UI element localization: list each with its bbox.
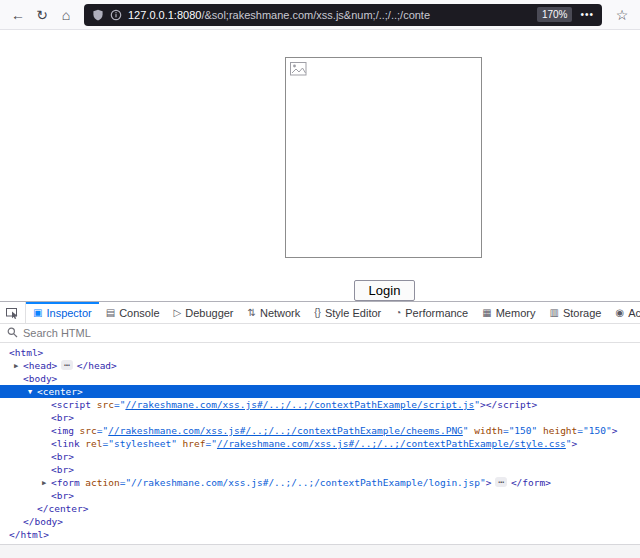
attr-name-token: height	[537, 425, 577, 436]
markup-row[interactable]: <script src="//rakeshmane.com/xss.js#/..…	[0, 398, 640, 411]
markup-row[interactable]: <body>	[0, 372, 640, 385]
markup-row[interactable]: </body>	[0, 515, 640, 528]
tab-label: Performance	[405, 307, 468, 319]
bookmark-button[interactable]: ☆	[610, 3, 634, 27]
url-text: 127.0.0.1:8080/&sol;rakeshmane.com/xss.j…	[128, 9, 531, 21]
network-icon: ⇅	[248, 307, 256, 318]
storage-icon: ▥	[549, 307, 558, 318]
tag-token: ></script>	[480, 399, 537, 410]
attr-value-token: stylesheet	[114, 438, 171, 449]
markup-row[interactable]: </center>	[0, 502, 640, 515]
attr-equals-token: ="	[206, 438, 217, 449]
reload-icon: ↻	[36, 7, 48, 23]
zoom-indicator[interactable]: 170%	[537, 7, 573, 22]
page-content: Login	[0, 30, 640, 301]
attr-value-token: 150	[589, 425, 606, 436]
tag-token: <link	[51, 438, 80, 449]
login-button[interactable]: Login	[354, 280, 415, 301]
bookmark-star-icon: ☆	[616, 7, 629, 23]
tag-token: >	[486, 477, 492, 488]
tag-token: </head>	[77, 360, 117, 371]
style-editor-icon: {}	[314, 307, 321, 318]
markup-row[interactable]: ▶<head>⋯</head>	[0, 359, 640, 372]
page-actions-icon[interactable]: •••	[580, 9, 594, 20]
url-bar[interactable]: 127.0.0.1:8080/&sol;rakeshmane.com/xss.j…	[84, 4, 602, 26]
tag-token: </center>	[37, 503, 88, 514]
tab-performance[interactable]: ◔Performance	[388, 302, 475, 323]
collapsed-content-badge[interactable]: ⋯	[61, 360, 72, 370]
console-icon: ▤	[106, 307, 115, 318]
url-host: 127.0.0.1:8080	[128, 9, 201, 21]
tab-debugger[interactable]: ▷Debugger	[167, 302, 241, 323]
markup-row[interactable]: ▼<center>	[0, 385, 640, 398]
attr-value-link[interactable]: //rakeshmane.com/xss.js#/..;/..;/context…	[108, 425, 463, 436]
tag-token: <br>	[51, 412, 74, 423]
collapsed-content-badge[interactable]: ⋯	[495, 477, 506, 487]
broken-image-placeholder	[285, 57, 482, 258]
tag-token: <br>	[51, 464, 74, 475]
attr-equals-token: ="	[97, 425, 108, 436]
expander-open-icon[interactable]: ▼	[28, 386, 37, 399]
attr-name-token: src	[91, 399, 114, 410]
attr-equals-token: ="	[120, 477, 131, 488]
tag-token: <body>	[23, 373, 57, 384]
accessibility-icon: ◉	[615, 307, 624, 318]
tag-token: >	[572, 438, 578, 449]
markup-row[interactable]: <html>	[0, 346, 640, 359]
tag-token: <center>	[37, 386, 83, 397]
attr-value-link[interactable]: //rakeshmane.com/xss.js#/..;/..;/context…	[217, 438, 566, 449]
tag-token: </form>	[511, 477, 551, 488]
tab-label: Storage	[563, 307, 602, 319]
attr-equals-token: ="	[114, 399, 125, 410]
reload-button[interactable]: ↻	[30, 3, 54, 27]
back-icon: ←	[11, 7, 25, 23]
markup-row[interactable]: <br>	[0, 463, 640, 476]
tab-label: Inspector	[46, 307, 91, 319]
tag-token: <head>	[23, 360, 57, 371]
home-icon: ⌂	[62, 7, 70, 23]
attr-name-token: href	[177, 438, 206, 449]
memory-icon: ▦	[482, 307, 491, 318]
back-button[interactable]: ←	[6, 3, 30, 27]
tab-console[interactable]: ▤Console	[99, 302, 167, 323]
tab-label: Style Editor	[325, 307, 381, 319]
tab-label: Console	[119, 307, 159, 319]
attr-value-token: 150	[514, 425, 531, 436]
element-picker-button[interactable]	[0, 302, 26, 323]
tab-storage[interactable]: ▥Storage	[542, 302, 608, 323]
markup-row[interactable]: <link rel="stylesheet" href="//rakeshman…	[0, 437, 640, 450]
attr-name-token: action	[80, 477, 120, 488]
tab-memory[interactable]: ▦Memory	[475, 302, 542, 323]
attr-equals-token: ="	[577, 425, 588, 436]
markup-row[interactable]: <br>	[0, 450, 640, 463]
inspector-icon: ▣	[33, 307, 42, 318]
tag-token: </html>	[9, 529, 49, 540]
tab-label: Accessibility	[628, 307, 640, 319]
markup-row[interactable]: </html>	[0, 528, 640, 541]
attr-value-link[interactable]: //rakeshmane.com/xss.js#/..;/..;/context…	[125, 399, 474, 410]
markup-row[interactable]: <br>	[0, 489, 640, 502]
home-button[interactable]: ⌂	[54, 3, 78, 27]
attr-name-token: rel	[80, 438, 103, 449]
tag-token: >	[612, 425, 618, 436]
tab-network[interactable]: ⇅Network	[241, 302, 308, 323]
tab-inspector[interactable]: ▣Inspector	[26, 302, 99, 323]
attr-equals-token: ="	[503, 425, 514, 436]
search-html-input[interactable]	[23, 327, 633, 339]
tab-accessibility[interactable]: ◉Accessibility	[608, 302, 640, 323]
tag-token: <html>	[9, 347, 43, 358]
tag-token: <script	[51, 399, 91, 410]
markup-view: <html>▶<head>⋯</head><body>▼<center><scr…	[0, 343, 640, 544]
tag-token: <br>	[51, 490, 74, 501]
tag-token: <img	[51, 425, 74, 436]
site-info-icon[interactable]	[110, 9, 122, 21]
devtools-search-bar	[0, 324, 640, 343]
markup-row[interactable]: <br>	[0, 411, 640, 424]
markup-row[interactable]: <img src="//rakeshmane.com/xss.js#/..;/.…	[0, 424, 640, 437]
tab-style-editor[interactable]: {}Style Editor	[307, 302, 388, 323]
shield-icon[interactable]	[92, 9, 104, 21]
attr-value-token: //rakeshmane.com/xss.js#/..;/..;/context…	[131, 477, 480, 488]
attr-name-token: src	[74, 425, 97, 436]
tab-label: Memory	[496, 307, 536, 319]
markup-row[interactable]: ▶<form action="//rakeshmane.com/xss.js#/…	[0, 476, 640, 489]
